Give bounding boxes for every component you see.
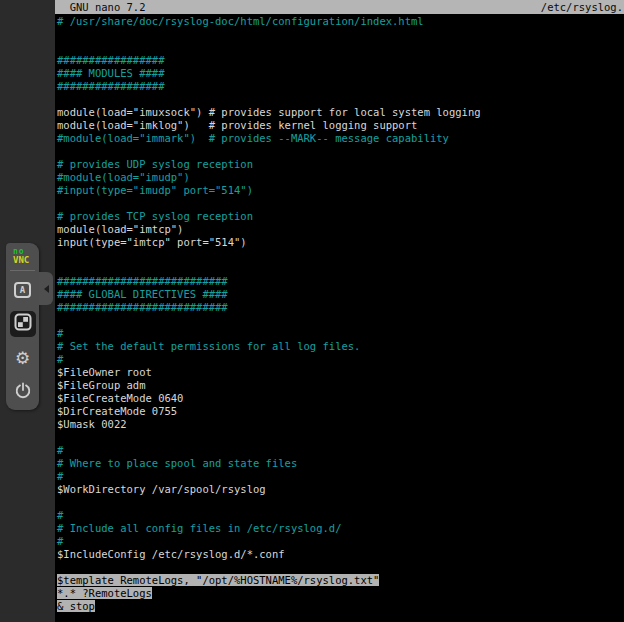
editor-line: #: [57, 327, 624, 340]
editor-line: #### GLOBAL DIRECTIVES ####: [57, 288, 624, 301]
editor-line: $WorkDirectory /var/spool/rsyslog: [57, 483, 624, 496]
editor-line: ###########################: [57, 275, 624, 288]
power-icon: [14, 381, 32, 403]
editor-line: #module(load="immark") # provides --MARK…: [57, 132, 624, 145]
fullscreen-button[interactable]: [10, 311, 36, 337]
editor-line: #input(type="imudp" port="514"): [57, 184, 624, 197]
editor-line: # provides UDP syslog reception: [57, 158, 624, 171]
editor-line: [57, 28, 624, 41]
editor-line: # /usr/share/doc/rsyslog-doc/html/config…: [57, 15, 624, 28]
editor-line: # Where to place spool and state files: [57, 457, 624, 470]
settings-button[interactable]: ⚙: [10, 345, 36, 371]
editor-line: $IncludeConfig /etc/rsyslog.d/*.conf: [57, 548, 624, 561]
editor-line: input(type="imtcp" port="514"): [57, 236, 624, 249]
editor-line: #################: [57, 54, 624, 67]
novnc-logo-vnc: VNC: [13, 256, 39, 265]
nano-titlebar: GNU nano 7.2 /etc/rsyslog.: [55, 0, 624, 14]
editor-line: module(load="imtcp"): [57, 223, 624, 236]
novnc-background-strip: no VNC A ⚙: [0, 0, 55, 622]
editor-line: [57, 496, 624, 509]
editor-line: # Set the default permissions for all lo…: [57, 340, 624, 353]
gear-icon: ⚙: [15, 350, 30, 367]
fullscreen-icon: [14, 313, 32, 335]
keyboard-button[interactable]: A: [10, 277, 36, 303]
panel-divider: [10, 270, 35, 271]
editor-line: *.* ?RemoteLogs: [57, 587, 624, 600]
novnc-control-bar: no VNC A ⚙: [6, 243, 39, 410]
editor-line: $Umask 0022: [57, 418, 624, 431]
editor-line: #: [57, 509, 624, 522]
editor-line: #: [57, 535, 624, 548]
terminal-window[interactable]: GNU nano 7.2 /etc/rsyslog. # /usr/share/…: [55, 0, 624, 622]
editor-line: module(load="imuxsock") # provides suppo…: [57, 106, 624, 119]
editor-line: [57, 41, 624, 54]
nano-version: GNU nano 7.2: [57, 0, 146, 14]
novnc-logo: no VNC: [6, 243, 39, 267]
panel-collapse-handle[interactable]: [39, 272, 53, 305]
editor-line: [57, 249, 624, 262]
nano-editor-buffer[interactable]: # /usr/share/doc/rsyslog-doc/html/config…: [57, 15, 624, 613]
chevron-left-icon: [44, 285, 49, 293]
editor-line: [57, 314, 624, 327]
screen: no VNC A ⚙: [0, 0, 624, 622]
editor-line: #module(load="imudp"): [57, 171, 624, 184]
editor-line: #: [57, 353, 624, 366]
editor-line: [57, 145, 624, 158]
editor-line: [57, 431, 624, 444]
nano-filename: /etc/rsyslog.: [541, 0, 623, 14]
editor-line: $FileOwner root: [57, 366, 624, 379]
editor-line: $template RemoteLogs, "/opt/%HOSTNAME%/r…: [57, 574, 624, 587]
editor-line: #: [57, 444, 624, 457]
editor-line: $FileGroup adm: [57, 379, 624, 392]
editor-line: & stop: [57, 600, 624, 613]
editor-line: [57, 561, 624, 574]
editor-line: #### MODULES ####: [57, 67, 624, 80]
editor-line: #################: [57, 80, 624, 93]
editor-line: # provides TCP syslog reception: [57, 210, 624, 223]
power-button[interactable]: [10, 379, 36, 405]
editor-line: # Include all config files in /etc/rsysl…: [57, 522, 624, 535]
editor-line: $DirCreateMode 0755: [57, 405, 624, 418]
editor-line: [57, 197, 624, 210]
editor-line: module(load="imklog") # provides kernel …: [57, 119, 624, 132]
editor-line: #: [57, 470, 624, 483]
editor-line: ###########################: [57, 301, 624, 314]
editor-line: [57, 262, 624, 275]
keyboard-icon: A: [14, 282, 31, 298]
editor-line: $FileCreateMode 0640: [57, 392, 624, 405]
editor-line: [57, 93, 624, 106]
